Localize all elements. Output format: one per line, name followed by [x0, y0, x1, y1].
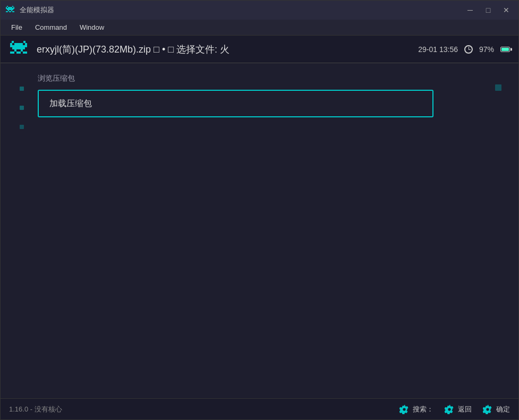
svg-rect-12 [12, 41, 14, 43]
app-icon [5, 5, 15, 15]
battery-icon [500, 47, 510, 52]
svg-rect-21 [10, 52, 14, 54]
menu-file[interactable]: File [5, 21, 29, 33]
svg-rect-23 [16, 52, 21, 54]
window-title: 全能模拟器 [20, 5, 462, 15]
menu-command[interactable]: Command [29, 21, 73, 33]
back-label: 返回 [458, 405, 472, 414]
confirm-gear-icon [482, 404, 493, 415]
svg-rect-8 [11, 10, 12, 11]
edge-mark-1 [495, 84, 501, 91]
sidebar-mark-1 [18, 84, 26, 93]
emulator-icon [9, 40, 28, 59]
version-label: 1.16.0 - 没有核心 [9, 405, 62, 414]
svg-rect-2 [6, 7, 7, 8]
window-controls: ─ □ ✕ [462, 4, 514, 16]
top-status-bar: erxyjl(简)(JP)(73.82Mb).zip □ • □ 选择文件: 火… [1, 36, 518, 63]
svg-rect-3 [8, 7, 12, 8]
maximize-button[interactable]: □ [480, 4, 496, 16]
clock-icon [464, 45, 473, 54]
svg-rect-19 [14, 49, 16, 52]
svg-rect-14 [10, 43, 12, 45]
search-action[interactable]: 搜索： [399, 404, 433, 415]
svg-rect-17 [10, 45, 27, 47]
svg-rect-20 [21, 49, 23, 52]
menu-window[interactable]: Window [73, 21, 110, 33]
title-bar: 全能模拟器 ─ □ ✕ [1, 1, 518, 20]
svg-rect-0 [7, 6, 8, 7]
battery-percent: 97% [479, 45, 494, 54]
right-edge [494, 74, 503, 388]
bottom-status-bar: 1.16.0 - 没有核心 搜索： 返回 [1, 398, 518, 419]
close-button[interactable]: ✕ [498, 4, 514, 16]
main-content: 浏览压缩包 加载压缩包 [1, 63, 518, 398]
svg-rect-6 [7, 9, 13, 10]
search-gear-icon [399, 404, 410, 415]
svg-rect-9 [6, 11, 8, 12]
svg-rect-1 [12, 6, 13, 7]
sidebar-mark-2 [18, 104, 26, 112]
bottom-actions: 搜索： 返回 确定 [399, 404, 510, 415]
svg-rect-22 [23, 52, 27, 54]
minimize-button[interactable]: ─ [462, 4, 478, 16]
confirm-label: 确定 [496, 405, 510, 414]
rom-title: erxyjl(简)(JP)(73.82Mb).zip □ • □ 选择文件: 火 [37, 43, 418, 56]
content-area: 浏览压缩包 加载压缩包 [27, 74, 494, 388]
svg-rect-11 [9, 11, 11, 12]
main-window: 全能模拟器 ─ □ ✕ File Command Window [0, 0, 519, 420]
section-label: 浏览压缩包 [38, 74, 483, 83]
svg-rect-5 [6, 8, 14, 9]
search-label: 搜索： [413, 405, 433, 414]
svg-rect-7 [8, 10, 9, 11]
datetime-display: 29-01 13:56 [418, 45, 458, 54]
sidebar-mark-3 [18, 123, 26, 131]
menu-bar: File Command Window [1, 20, 518, 36]
status-right: 29-01 13:56 97% [418, 45, 510, 54]
svg-rect-10 [12, 11, 14, 12]
svg-rect-15 [14, 43, 23, 45]
load-archive-button[interactable]: 加载压缩包 [38, 90, 433, 117]
left-sidebar [16, 74, 27, 388]
svg-rect-18 [12, 47, 25, 49]
back-gear-icon [444, 404, 455, 415]
svg-rect-13 [23, 41, 25, 43]
svg-rect-4 [13, 7, 14, 8]
confirm-action[interactable]: 确定 [482, 404, 510, 415]
back-action[interactable]: 返回 [444, 404, 472, 415]
svg-rect-16 [25, 43, 27, 45]
